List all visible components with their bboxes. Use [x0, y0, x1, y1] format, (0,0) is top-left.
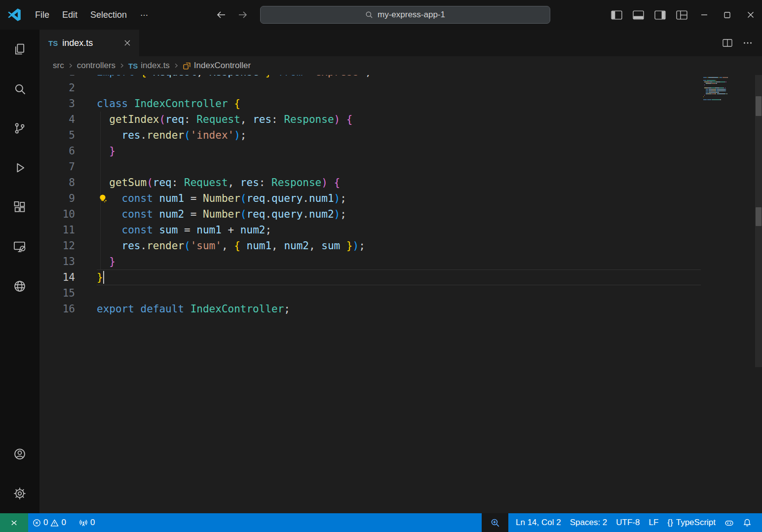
activity-explorer-button[interactable]	[0, 30, 39, 69]
forward-icon	[239, 12, 246, 18]
code-line-6[interactable]: }	[97, 143, 703, 159]
activity-search-button[interactable]	[0, 69, 39, 109]
activity-github-button[interactable]	[0, 266, 39, 306]
menu-file[interactable]: File	[29, 0, 56, 30]
maximize-button[interactable]	[716, 0, 739, 30]
overview-ruler-mark	[756, 96, 762, 116]
code-line-3[interactable]: class IndexController {	[97, 96, 703, 112]
forward-button[interactable]	[236, 8, 250, 22]
chevron-right-icon	[68, 63, 74, 69]
command-center-label: my-express-app-1	[378, 10, 445, 20]
code-line-15[interactable]	[97, 285, 703, 301]
activity-run-debug-button[interactable]	[0, 148, 39, 188]
code-line-13[interactable]: }	[97, 254, 703, 269]
remote-icon	[10, 519, 18, 527]
indentation-status[interactable]: Spaces: 2	[566, 518, 612, 528]
menu-selection[interactable]: Selection	[84, 0, 133, 30]
error-icon	[33, 519, 41, 527]
command-center-search[interactable]: my-express-app-1	[260, 6, 550, 24]
toggle-panel-button[interactable]	[627, 0, 649, 30]
activity-accounts-button[interactable]	[0, 434, 39, 474]
remote-explorer-icon	[13, 240, 27, 254]
breadcrumb-src[interactable]: src	[53, 61, 64, 71]
copilot-status[interactable]	[720, 518, 738, 528]
warning-count: 0	[61, 518, 66, 528]
text-cursor	[103, 271, 104, 284]
editor-viewport[interactable]: 12345678910111213141516 import { Request…	[39, 75, 762, 513]
notifications-bell[interactable]	[738, 518, 756, 527]
split-editor-icon	[723, 39, 732, 47]
layout-secondary-sidebar-icon	[654, 10, 666, 20]
remote-indicator[interactable]	[0, 513, 28, 532]
code-line-11[interactable]: const sum = num1 + num2;	[97, 222, 703, 238]
close-icon	[124, 40, 130, 46]
language-status[interactable]: {} TypeScript	[663, 518, 720, 528]
activity-settings-button[interactable]	[0, 474, 39, 513]
maximize-icon	[724, 12, 730, 18]
chevron-right-icon	[173, 63, 179, 69]
problems-status[interactable]: 0 0	[28, 513, 71, 532]
code-line-9[interactable]: const num1 = Number(req.query.num1);	[97, 190, 703, 206]
line-number-7: 7	[39, 159, 75, 175]
activity-bar	[0, 30, 39, 513]
warning-icon	[50, 519, 59, 527]
code-line-7[interactable]	[97, 159, 703, 175]
code-line-5[interactable]: res.render('index');	[97, 127, 703, 143]
ports-status[interactable]: 0	[75, 513, 99, 532]
editor-more-button[interactable]	[743, 41, 752, 44]
class-symbol-icon	[183, 62, 191, 70]
line-number-14: 14	[39, 269, 75, 285]
extensions-icon	[13, 200, 27, 214]
code-line-14[interactable]: }	[97, 269, 703, 285]
back-button[interactable]	[214, 8, 228, 22]
github-icon	[13, 279, 27, 293]
zoom-in-icon	[491, 518, 500, 528]
close-button[interactable]	[739, 0, 762, 30]
accounts-icon	[13, 447, 27, 461]
menu-more-button[interactable]: ⋯	[133, 10, 155, 20]
breadcrumb-index-ts[interactable]: TS index.ts	[128, 61, 170, 71]
explorer-icon	[13, 42, 27, 56]
editor-scrollbar[interactable]	[755, 75, 762, 513]
tab-close-button[interactable]	[121, 37, 133, 49]
code-line-16[interactable]: export default IndexController;	[97, 301, 703, 317]
code-line-1[interactable]: import { Request, Response } from 'expre…	[97, 75, 703, 80]
code-line-8[interactable]: getSum(req: Request, res: Response) {	[97, 175, 703, 190]
line-number-8: 8	[39, 175, 75, 190]
lightbulb-icon[interactable]	[98, 193, 108, 203]
split-editor-button[interactable]	[723, 39, 732, 47]
line-number-3: 3	[39, 96, 75, 112]
line-number-1: 1	[39, 75, 75, 80]
activity-extensions-button[interactable]	[0, 188, 39, 227]
code-line-10[interactable]: const num2 = Number(req.query.num2);	[97, 206, 703, 222]
activity-source-control-button[interactable]	[0, 109, 39, 148]
activity-remote-explorer-button[interactable]	[0, 227, 39, 266]
toggle-secondary-sidebar-button[interactable]	[649, 0, 671, 30]
minimize-icon	[701, 11, 708, 18]
eol-status[interactable]: LF	[644, 518, 663, 528]
zoom-indicator[interactable]	[482, 513, 508, 532]
cursor-position-status[interactable]: Ln 14, Col 2	[511, 518, 566, 528]
copilot-icon	[724, 518, 734, 528]
code-line-2[interactable]	[97, 80, 703, 96]
vscode-logo	[0, 0, 29, 30]
minimap[interactable]	[703, 77, 753, 101]
line-number-13: 13	[39, 254, 75, 269]
menu-edit[interactable]: Edit	[56, 0, 84, 30]
minimize-button[interactable]	[692, 0, 716, 30]
toggle-sidebar-button[interactable]	[606, 0, 627, 30]
breadcrumb-controllers[interactable]: controllers	[77, 61, 115, 71]
bell-icon	[743, 518, 752, 527]
back-icon	[218, 12, 225, 18]
customize-layout-button[interactable]	[671, 0, 692, 30]
ts-file-icon: TS	[48, 39, 58, 47]
encoding-status[interactable]: UTF-8	[611, 518, 644, 528]
radio-tower-icon	[79, 518, 88, 527]
line-number-16: 16	[39, 301, 75, 317]
breadcrumb-indexcontroller[interactable]: IndexController	[183, 61, 251, 71]
code-line-4[interactable]: getIndex(req: Request, res: Response) {	[97, 112, 703, 127]
tab-index-ts[interactable]: TS index.ts	[39, 30, 139, 56]
line-number-6: 6	[39, 143, 75, 159]
layout-panel-icon	[633, 10, 644, 20]
code-line-12[interactable]: res.render('sum', { num1, num2, sum });	[97, 238, 703, 254]
